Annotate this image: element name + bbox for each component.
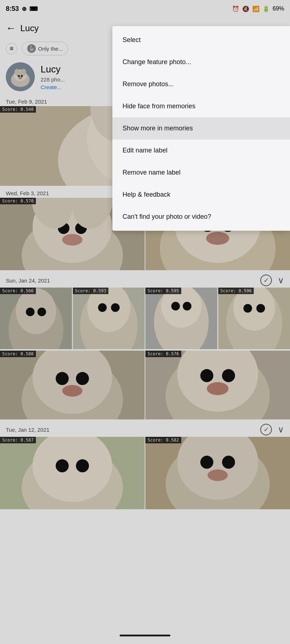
menu-item-change-feature-photo[interactable]: Change feature photo... — [112, 51, 290, 73]
menu-item-select[interactable]: Select — [112, 29, 290, 51]
menu-item-help-feedback[interactable]: Help & feedback — [112, 184, 290, 206]
menu-item-remove-photos[interactable]: Remove photos... — [112, 73, 290, 95]
menu-item-show-more-memories[interactable]: Show more in memories — [112, 117, 290, 139]
menu-item-hide-face[interactable]: Hide face from memories — [112, 95, 290, 117]
menu-item-edit-name-label[interactable]: Edit name label — [112, 139, 290, 162]
menu-item-cant-find[interactable]: Can't find your photo or video? — [112, 206, 290, 228]
dropdown-menu: Select Change feature photo... Remove ph… — [112, 26, 290, 231]
menu-item-remove-name-label[interactable]: Remove name label — [112, 162, 290, 184]
